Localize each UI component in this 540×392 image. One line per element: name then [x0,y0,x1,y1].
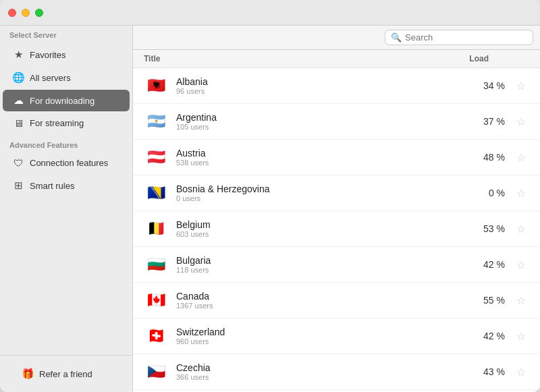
search-bar-row: 🔍 [133,26,540,50]
sidebar-item-for-streaming[interactable]: 🖥 For streaming [3,113,130,134]
main-content: Select Server ★ Favorites 🌐 All servers … [0,26,540,392]
gift-icon: 🎁 [22,368,34,380]
favorite-star[interactable]: ☆ [513,366,529,379]
grid-icon: ⊞ [12,179,24,192]
search-wrapper: 🔍 [385,30,533,45]
server-name: Bulgaria [176,255,456,266]
search-input[interactable] [405,32,527,43]
server-info: Albania 96 users [176,76,456,95]
server-load: 55 % [464,295,505,306]
country-flag: 🇨🇿 [144,360,168,384]
server-name: Belgium [176,219,456,230]
sidebar-header: Select Server [0,26,132,43]
server-name: Albania [176,76,456,87]
col-title-header: Title [144,54,455,63]
search-icon: 🔍 [391,32,402,43]
shield-icon: 🛡 [12,157,24,169]
country-flag: 🇧🇦 [144,181,168,205]
server-users: 1367 users [176,302,456,310]
sidebar: Select Server ★ Favorites 🌐 All servers … [0,26,133,392]
sidebar-item-favorites[interactable]: ★ Favorites [3,44,130,65]
server-load: 53 % [464,223,505,234]
country-flag: 🇧🇬 [144,252,168,277]
table-row[interactable]: 🇦🇹 Austria 538 users 48 % ☆ [133,140,540,175]
server-users: 0 users [176,194,456,202]
table-row[interactable]: 🇨🇭 Switzerland 960 users 42 % ☆ [133,318,540,354]
sidebar-item-connection-features[interactable]: 🛡 Connection features [3,152,130,173]
favorite-star[interactable]: ☆ [513,258,529,271]
server-name: Switzerland [176,327,456,337]
favorite-star[interactable]: ☆ [513,151,529,164]
titlebar [0,0,540,26]
server-load: 42 % [464,259,505,270]
star-icon: ★ [12,49,24,61]
server-load: 34 % [464,80,505,91]
monitor-icon: 🖥 [12,117,24,129]
country-flag: 🇦🇹 [144,145,168,169]
sidebar-item-smart-rules[interactable]: ⊞ Smart rules [3,175,130,196]
server-load: 0 % [464,188,505,198]
sidebar-label-smart-rules: Smart rules [30,181,74,191]
server-name: Canada [176,291,456,302]
minimize-button[interactable] [22,9,30,17]
right-panel: 🔍 Title Load 🇦🇱 Albania 96 users 34 % ☆ … [133,26,540,392]
sidebar-label-all-servers: All servers [30,73,71,83]
server-users: 105 users [176,123,456,131]
traffic-lights [8,9,43,17]
server-name: Austria [176,148,456,159]
main-window: Select Server ★ Favorites 🌐 All servers … [0,0,540,392]
table-row[interactable]: 🇨🇦 Canada 1367 users 55 % ☆ [133,283,540,318]
table-row[interactable]: 🇦🇷 Argentina 105 users 37 % ☆ [133,104,540,140]
server-load: 48 % [464,152,505,163]
country-flag: 🇨🇦 [144,288,168,312]
server-load: 43 % [464,366,505,377]
table-row[interactable]: 🇧🇦 Bosnia & Herzegovina 0 users 0 % ☆ [133,175,540,211]
server-load: 37 % [464,116,505,127]
server-info: Austria 538 users [176,148,456,167]
server-users: 960 users [176,337,456,345]
globe-icon: 🌐 [12,72,24,84]
server-info: Bosnia & Herzegovina 0 users [176,184,456,202]
server-load: 42 % [464,331,505,341]
server-users: 603 users [176,230,456,238]
close-button[interactable] [8,9,16,17]
table-row[interactable]: 🇦🇱 Albania 96 users 34 % ☆ [133,68,540,104]
table-row[interactable]: 🇧🇬 Bulgaria 118 users 42 % ☆ [133,247,540,283]
favorite-star[interactable]: ☆ [513,223,529,235]
server-users: 538 users [176,159,456,167]
server-users: 366 users [176,373,456,381]
server-info: Canada 1367 users [176,291,456,310]
country-flag: 🇦🇷 [144,109,168,134]
favorite-star[interactable]: ☆ [513,80,529,92]
sidebar-label-refer-friend: Refer a friend [39,369,92,379]
server-users: 96 users [176,87,456,95]
advanced-features-label: Advanced Features [0,134,132,152]
table-header: Title Load [133,50,540,68]
sidebar-item-refer-friend[interactable]: 🎁 Refer a friend [12,363,120,385]
country-flag: 🇦🇱 [144,74,168,98]
server-name: Czechia [176,362,456,373]
sidebar-item-for-downloading[interactable]: ☁ For downloading [3,90,130,111]
country-flag: 🇨🇭 [144,324,168,348]
server-info: Switzerland 960 users [176,327,456,345]
sidebar-item-all-servers[interactable]: 🌐 All servers [3,67,130,88]
favorite-star[interactable]: ☆ [513,330,529,343]
download-cloud-icon: ☁ [12,94,24,107]
server-name: Argentina [176,112,456,123]
col-load-header: Load [455,54,509,63]
sidebar-bottom: 🎁 Refer a friend [0,355,132,392]
favorite-star[interactable]: ☆ [513,115,529,128]
favorite-star[interactable]: ☆ [513,294,529,307]
server-list: 🇦🇱 Albania 96 users 34 % ☆ 🇦🇷 Argentina … [133,68,540,392]
sidebar-label-for-streaming: For streaming [30,118,84,128]
table-row[interactable]: 🇧🇪 Belgium 603 users 53 % ☆ [133,211,540,247]
server-name: Bosnia & Herzegovina [176,184,456,194]
table-row[interactable]: 🇨🇿 Czechia 366 users 43 % ☆ [133,354,540,390]
server-info: Czechia 366 users [176,362,456,381]
server-info: Argentina 105 users [176,112,456,131]
maximize-button[interactable] [35,9,43,17]
server-users: 118 users [176,266,456,274]
favorite-star[interactable]: ☆ [513,187,529,200]
sidebar-label-connection-features: Connection features [30,158,108,168]
sidebar-label-for-downloading: For downloading [30,96,94,106]
